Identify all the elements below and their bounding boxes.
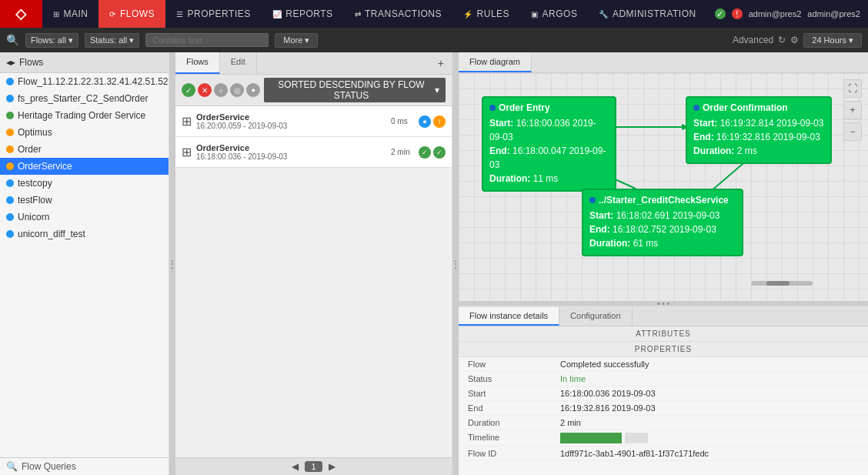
nav-prev-button[interactable]: ◀ — [292, 461, 299, 472]
argos-icon: ▣ — [531, 10, 539, 18]
nav-item-flows-label: FLOWS — [120, 8, 155, 19]
time-select-button[interactable]: 24 Hours ▾ — [803, 33, 862, 48]
sidebar-item-flow8[interactable]: testFlow — [0, 192, 169, 209]
zoom-in-button[interactable]: + — [843, 101, 862, 119]
zoom-out-button[interactable]: − — [843, 122, 862, 141]
flows-icon: ⟳ — [109, 10, 116, 18]
sort-chevron: ▾ — [435, 85, 439, 95]
reports-icon: 📈 — [272, 10, 282, 18]
nav-item-rules[interactable]: ⚡ RULES — [452, 0, 520, 28]
sidebar-item-flow2[interactable]: fs_pres_Starter_C2_SendOrder — [0, 90, 169, 107]
flow-queries-item[interactable]: 🔍 Flow Queries — [0, 457, 169, 475]
refresh-icon[interactable]: ↻ — [778, 35, 786, 45]
toolbar: 🔍 Flows: all ▾ Status: all ▾ More ▾ Adva… — [0, 28, 868, 52]
prop-row-status: Status In time — [459, 372, 868, 386]
action-x[interactable]: ✕ — [198, 83, 212, 97]
left-splitter[interactable] — [169, 52, 175, 475]
sidebar-item-flow7[interactable]: testcopy — [0, 175, 169, 192]
flow9-dot — [6, 213, 14, 221]
panel-tabs: Flows Edit + — [175, 52, 452, 75]
flow4-label: Optimus — [18, 127, 52, 138]
prop-val-timeline — [560, 433, 859, 443]
user-name: admin@pres2 — [807, 9, 860, 18]
tab-flow-instance-details[interactable]: Flow instance details — [459, 307, 559, 326]
sidebar-item-flow4[interactable]: Optimus — [0, 124, 169, 141]
timeline-gray-bar — [625, 433, 648, 443]
fullscreen-button[interactable]: ⛶ — [843, 79, 862, 98]
user-label: admin@pres2 — [749, 9, 802, 18]
logo-icon: ◇ — [15, 5, 26, 22]
node-confirmation-title: Order Confirmation — [693, 102, 824, 113]
flow-row-1[interactable]: ⊞ OrderService 16:20:00.059 - 2019-09-03… — [175, 106, 452, 137]
flows-filter-select[interactable]: Flows: all ▾ — [25, 33, 78, 48]
tab-add-button[interactable]: + — [430, 52, 452, 74]
node-order-entry[interactable]: Order Entry Start: 16:18:00.036 2019-09-… — [482, 96, 616, 192]
nav-item-administration[interactable]: 🔧 ADMINISTRATION — [588, 0, 706, 28]
sort-button[interactable]: SORTED DESCENDING BY FLOW STATUS ▾ — [264, 78, 446, 102]
sidebar-item-flow9[interactable]: Unicorn — [0, 209, 169, 226]
tab-edit[interactable]: Edit — [220, 52, 257, 74]
nav-item-transactions[interactable]: ⇄ TRANSACTIONS — [344, 0, 453, 28]
sidebar-item-flow5[interactable]: Order — [0, 141, 169, 158]
flow-row2-duration: 2 min — [391, 148, 414, 156]
sidebar-item-flow1[interactable]: Flow_11.12.21.22.31.32.41.42.51.52 — [0, 73, 169, 90]
alert-green-icon[interactable]: ✓ — [715, 8, 726, 19]
diagram-tabs: Flow diagram — [459, 52, 868, 73]
nav-item-properties[interactable]: ☰ PROPERTIES — [165, 0, 262, 28]
diagram-area: Order Entry Start: 16:18:00.036 2019-09-… — [459, 73, 868, 301]
action-checkmark[interactable]: ✓ — [182, 83, 195, 97]
bottom-tabs: Flow instance details Configuration — [459, 307, 868, 326]
tab-configuration[interactable]: Configuration — [559, 307, 632, 326]
tab-flows[interactable]: Flows — [175, 52, 220, 74]
nav-item-reports[interactable]: 📈 REPORTS — [262, 0, 344, 28]
nav-item-flows[interactable]: ⟳ FLOWS — [98, 0, 165, 28]
main-icon: ⊞ — [53, 10, 60, 18]
search-icon[interactable]: 🔍 — [6, 34, 19, 46]
flow-row1-status1: ● — [419, 115, 431, 128]
settings-icon[interactable]: ⚙ — [790, 35, 799, 45]
action-circle2[interactable]: ◎ — [230, 83, 244, 97]
flow8-dot — [6, 196, 14, 204]
nav-item-argos[interactable]: ▣ ARGOS — [520, 0, 588, 28]
administration-icon: 🔧 — [599, 10, 609, 18]
sidebar-header: ◂▸ Flows — [0, 52, 169, 73]
sidebar-item-flow3[interactable]: Heritage Trading Order Service — [0, 107, 169, 124]
prop-row-timeline: Timeline — [459, 430, 868, 447]
flow3-dot — [6, 112, 14, 119]
logo[interactable]: ◇ — [0, 0, 42, 28]
sidebar-item-flow10[interactable]: unicorn_diff_test — [0, 226, 169, 243]
more-button[interactable]: More ▾ — [275, 33, 318, 48]
nav-item-argos-label: ARGOS — [542, 8, 578, 19]
diagram-tab-flow[interactable]: Flow diagram — [459, 52, 532, 72]
advanced-label: Advanced — [733, 35, 773, 45]
alert-red-icon[interactable]: ! — [732, 8, 743, 19]
sidebar-item-flow6[interactable]: OrderService — [0, 158, 169, 175]
properties-header: PROPERTIES — [459, 342, 868, 357]
collapse-icon[interactable]: ◂▸ — [6, 57, 15, 68]
transactions-icon: ⇄ — [355, 10, 362, 18]
flow1-dot — [6, 78, 14, 85]
flow-row1-status2: ! — [433, 115, 446, 128]
svg-rect-5 — [751, 281, 813, 286]
search-input[interactable] — [145, 33, 269, 47]
action-circle1[interactable]: ○ — [214, 83, 228, 97]
sort-bar: ✓ ✕ ○ ◎ ✦ SORTED DESCENDING BY FLOW STAT… — [175, 75, 452, 106]
sidebar-title: Flows — [19, 57, 43, 68]
nav-item-transactions-label: TRANSACTIONS — [365, 8, 442, 19]
flow-row-2[interactable]: ⊞ OrderService 16:18:00.036 - 2019-09-03… — [175, 137, 452, 168]
node-order-entry-title: Order Entry — [489, 102, 609, 113]
flow-row1-status: ● ! — [419, 115, 446, 128]
node-confirmation-body: Start: 16:19:32.814 2019-09-03 End: 16:1… — [693, 116, 824, 158]
right-splitter[interactable] — [452, 52, 459, 475]
prop-row-flowid: Flow ID 1dff971c-3ab1-4901-af81-1f37c171… — [459, 447, 868, 461]
nav-next-button[interactable]: ▶ — [329, 461, 336, 472]
action-star[interactable]: ✦ — [246, 83, 260, 97]
prop-row-duration: Duration 2 min — [459, 416, 868, 430]
node-order-confirmation[interactable]: Order Confirmation Start: 16:19:32.814 2… — [686, 96, 832, 164]
flow-row2-status1: ✓ — [419, 146, 431, 159]
timeline-green-bar — [560, 433, 622, 443]
status-filter-select[interactable]: Status: all ▾ — [85, 33, 139, 48]
flow-row2-status2: ✓ — [433, 146, 446, 159]
node-credit-check[interactable]: ../Starter_CreditCheckService Start: 16:… — [582, 189, 743, 256]
nav-item-main[interactable]: ⊞ MAIN — [42, 0, 99, 28]
